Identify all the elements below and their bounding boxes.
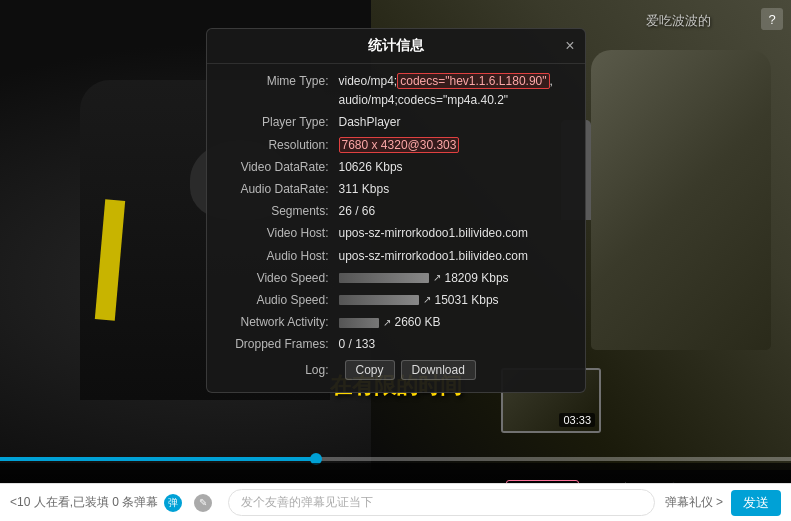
stat-label-aspeed: Audio Speed: <box>219 291 339 310</box>
dialog-close-button[interactable]: × <box>565 37 574 55</box>
stat-value-mime: video/mp4;codecs="hev1.1.6.L180.90", aud… <box>339 72 573 110</box>
stat-label-ahost: Audio Host: <box>219 247 339 266</box>
stat-label-vhost: Video Host: <box>219 224 339 243</box>
vspeed-bar <box>339 273 429 283</box>
channel-name: 爱吃波波的 <box>646 12 711 30</box>
stat-value-segments: 26 / 66 <box>339 202 573 221</box>
stat-value-player: DashPlayer <box>339 113 573 132</box>
network-bar <box>339 318 379 328</box>
mini-thumb-time: 03:33 <box>559 413 595 427</box>
stat-value-resolution: 7680 x 4320@30.303 <box>339 136 573 155</box>
progress-bar[interactable] <box>0 457 791 461</box>
stat-row-vspeed: Video Speed: ↗ 18209 Kbps <box>219 269 573 288</box>
stat-value-vhost: upos-sz-mirrorkodoo1.bilivideo.com <box>339 224 573 243</box>
dialog-body: Mime Type: video/mp4;codecs="hev1.1.6.L1… <box>207 64 585 392</box>
stat-row-resolution: Resolution: 7680 x 4320@30.303 <box>219 136 573 155</box>
gift-label[interactable]: 弹幕礼仪 > <box>665 494 723 511</box>
mime-highlight: codecs="hev1.1.6.L180.90" <box>397 73 549 89</box>
stat-label-vspeed: Video Speed: <box>219 269 339 288</box>
resolution-highlight: 7680 x 4320@30.303 <box>339 137 460 153</box>
stat-row-dropped: Dropped Frames: 0 / 133 <box>219 335 573 354</box>
stat-value-ahost: upos-sz-mirrorkodoo1.bilivideo.com <box>339 247 573 266</box>
stat-label-player: Player Type: <box>219 113 339 132</box>
danmaku-input[interactable]: 发个友善的弹幕见证当下 <box>228 489 654 516</box>
viewer-count: <10 人在看,已装填 0 条弹幕 <box>10 494 158 511</box>
danmaku-icon-badge[interactable]: 弹 <box>164 494 182 512</box>
log-row: Log: Copy Download <box>219 360 573 380</box>
stat-value-vdr: 10626 Kbps <box>339 158 573 177</box>
send-button[interactable]: 发送 <box>731 490 781 516</box>
dialog-header: 统计信息 × <box>207 29 585 64</box>
stat-value-dropped: 0 / 133 <box>339 335 573 354</box>
stat-row-vhost: Video Host: upos-sz-mirrorkodoo1.bilivid… <box>219 224 573 243</box>
stat-row-segments: Segments: 26 / 66 <box>219 202 573 221</box>
viewer-bar: <10 人在看,已装填 0 条弹幕 弹 ✎ 发个友善的弹幕见证当下 弹幕礼仪 >… <box>0 483 791 521</box>
stat-row-adr: Audio DataRate: 311 Kbps <box>219 180 573 199</box>
log-label: Log: <box>219 363 339 377</box>
aspeed-bar <box>339 295 419 305</box>
progress-played <box>0 457 316 461</box>
stat-label-mime: Mime Type: <box>219 72 339 110</box>
dialog-title: 统计信息 <box>368 37 424 55</box>
stat-value-network: ↗ 2660 KB <box>339 313 573 332</box>
stats-dialog: 统计信息 × Mime Type: video/mp4;codecs="hev1… <box>206 28 586 393</box>
stat-row-player: Player Type: DashPlayer <box>219 113 573 132</box>
stat-label-segments: Segments: <box>219 202 339 221</box>
help-button[interactable]: ? <box>761 8 783 30</box>
stat-label-dropped: Dropped Frames: <box>219 335 339 354</box>
car-seat <box>591 50 771 350</box>
video-player: 爱吃波波的 ? 在有限的时间 03:33 统计信息 × Mime Type: v… <box>0 0 791 521</box>
stat-value-aspeed: ↗ 15031 Kbps <box>339 291 573 310</box>
stat-label-adr: Audio DataRate: <box>219 180 339 199</box>
stat-label-vdr: Video DataRate: <box>219 158 339 177</box>
danmaku-send-icon[interactable]: ✎ <box>194 494 212 512</box>
stat-row-ahost: Audio Host: upos-sz-mirrorkodoo1.bilivid… <box>219 247 573 266</box>
download-button[interactable]: Download <box>401 360 476 380</box>
stat-label-resolution: Resolution: <box>219 136 339 155</box>
stat-row-vdr: Video DataRate: 10626 Kbps <box>219 158 573 177</box>
stat-row-network: Network Activity: ↗ 2660 KB <box>219 313 573 332</box>
viewer-info: <10 人在看,已装填 0 条弹幕 <box>10 494 158 511</box>
stat-row-mime: Mime Type: video/mp4;codecs="hev1.1.6.L1… <box>219 72 573 110</box>
stat-value-adr: 311 Kbps <box>339 180 573 199</box>
copy-button[interactable]: Copy <box>345 360 395 380</box>
stat-value-vspeed: ↗ 18209 Kbps <box>339 269 573 288</box>
stat-row-aspeed: Audio Speed: ↗ 15031 Kbps <box>219 291 573 310</box>
stat-label-network: Network Activity: <box>219 313 339 332</box>
